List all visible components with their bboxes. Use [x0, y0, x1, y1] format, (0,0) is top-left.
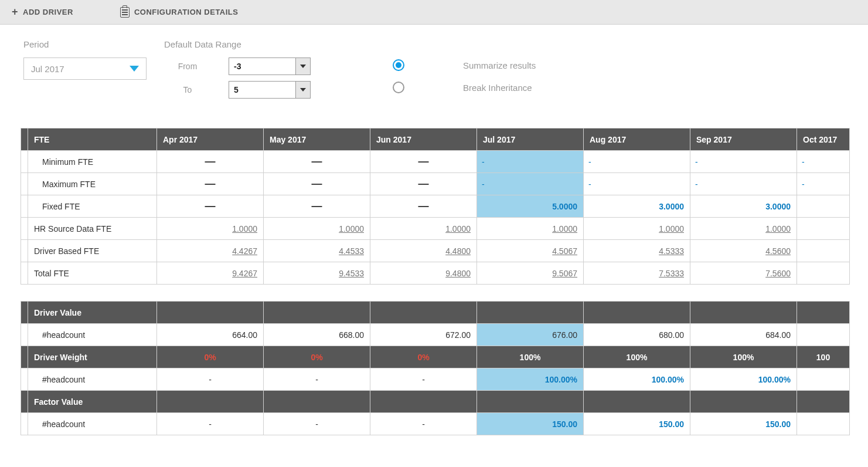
cell[interactable]: - — [370, 368, 477, 391]
cell[interactable]: 150.00 — [477, 413, 584, 435]
cell[interactable]: 1.0000 — [157, 218, 264, 240]
row-label: Maximum FTE — [28, 173, 157, 195]
to-dropdown-button[interactable] — [296, 82, 310, 98]
cell[interactable]: 664.00 — [157, 324, 264, 346]
cell[interactable] — [797, 324, 850, 346]
cell[interactable]: 4.5067 — [477, 240, 584, 262]
cell[interactable]: 684.00 — [690, 324, 797, 346]
cell[interactable]: - — [690, 151, 797, 173]
row-label: Total FTE — [28, 262, 157, 285]
stub — [21, 368, 28, 391]
section-header-cell — [370, 302, 477, 324]
cell[interactable] — [797, 368, 850, 391]
table-row: Maximum FTE———---- — [21, 173, 850, 195]
cell[interactable]: - — [584, 151, 690, 173]
config-details-label: CONFIGURATION DETAILS — [134, 8, 239, 16]
section-header-cell: 100% — [584, 346, 690, 368]
section-header-cell: 100 — [797, 346, 850, 368]
cell[interactable]: — — [157, 151, 264, 173]
cell[interactable]: - — [370, 413, 477, 435]
summarize-radio[interactable] — [393, 59, 404, 71]
add-driver-button[interactable]: + ADD DRIVER — [12, 6, 73, 18]
stub — [21, 262, 28, 285]
cell[interactable]: 7.5333 — [584, 262, 690, 285]
cell[interactable] — [797, 262, 850, 285]
controls-panel: Period Jul 2017 Default Data Range From … — [0, 25, 868, 116]
cell[interactable]: — — [264, 195, 370, 218]
cell[interactable]: 4.4533 — [264, 240, 370, 262]
cell[interactable]: - — [690, 173, 797, 195]
cell[interactable]: 668.00 — [264, 324, 370, 346]
break-inheritance-label: Break Inheritance — [463, 83, 532, 93]
cell[interactable]: 4.5600 — [690, 240, 797, 262]
cell[interactable]: 3.0000 — [584, 195, 690, 218]
section-header-cell: 100% — [690, 346, 797, 368]
from-dropdown-button[interactable] — [296, 58, 310, 75]
cell[interactable] — [797, 413, 850, 435]
cell[interactable]: 4.4800 — [370, 240, 477, 262]
cell[interactable]: 1.0000 — [584, 218, 690, 240]
cell[interactable]: 9.5067 — [477, 262, 584, 285]
cell[interactable]: - — [264, 413, 370, 435]
cell[interactable]: — — [264, 151, 370, 173]
cell[interactable]: 7.5600 — [690, 262, 797, 285]
cell[interactable] — [797, 195, 850, 218]
table-row: HR Source Data FTE1.00001.00001.00001.00… — [21, 218, 850, 240]
cell[interactable]: 1.0000 — [477, 218, 584, 240]
cell[interactable]: 1.0000 — [264, 218, 370, 240]
cell[interactable]: 150.00 — [690, 413, 797, 435]
stub — [21, 240, 28, 262]
period-select[interactable]: Jul 2017 — [23, 57, 147, 80]
cell[interactable] — [797, 218, 850, 240]
cell[interactable]: 150.00 — [584, 413, 690, 435]
stub — [21, 413, 28, 435]
cell[interactable]: 1.0000 — [370, 218, 477, 240]
break-inheritance-radio[interactable] — [393, 82, 404, 93]
table-row: Minimum FTE———---- — [21, 151, 850, 173]
cell[interactable]: 4.4267 — [157, 240, 264, 262]
section-header-cell — [797, 391, 850, 413]
to-select[interactable]: 5 — [229, 81, 311, 99]
cell[interactable]: 3.0000 — [690, 195, 797, 218]
cell[interactable]: — — [157, 195, 264, 218]
cell[interactable]: — — [370, 151, 477, 173]
cell[interactable]: - — [477, 173, 584, 195]
cell[interactable]: 672.00 — [370, 324, 477, 346]
cell[interactable]: - — [157, 413, 264, 435]
cell[interactable]: 1.0000 — [690, 218, 797, 240]
cell[interactable]: — — [370, 195, 477, 218]
data-range-label: Default Data Range — [164, 39, 311, 49]
cell[interactable]: 9.4800 — [370, 262, 477, 285]
cell[interactable]: - — [797, 173, 850, 195]
cell[interactable]: - — [264, 368, 370, 391]
cell[interactable]: 100.00% — [690, 368, 797, 391]
cell[interactable] — [797, 240, 850, 262]
cell[interactable]: 676.00 — [477, 324, 584, 346]
from-select[interactable]: -3 — [229, 57, 311, 75]
cell[interactable]: — — [264, 173, 370, 195]
table-row: #headcount---100.00%100.00%100.00% — [21, 368, 850, 391]
section-header-row: Factor Value — [21, 391, 850, 413]
cell[interactable]: — — [370, 173, 477, 195]
from-value: -3 — [229, 58, 296, 75]
stub — [21, 218, 28, 240]
table-row: Total FTE9.42679.45339.48009.50677.53337… — [21, 262, 850, 285]
cell[interactable]: - — [157, 368, 264, 391]
cell[interactable]: 4.5333 — [584, 240, 690, 262]
cell[interactable]: 100.00% — [477, 368, 584, 391]
cell[interactable]: - — [584, 173, 690, 195]
cell[interactable]: 100.00% — [584, 368, 690, 391]
col-oct: Oct 2017 — [797, 128, 850, 151]
cell[interactable]: 680.00 — [584, 324, 690, 346]
clipboard-icon — [120, 7, 130, 18]
section-header-cell — [690, 391, 797, 413]
cell[interactable]: — — [157, 173, 264, 195]
cell[interactable]: - — [477, 151, 584, 173]
cell[interactable]: - — [797, 151, 850, 173]
configuration-details-button[interactable]: CONFIGURATION DETAILS — [120, 7, 239, 18]
cell[interactable]: 9.4267 — [157, 262, 264, 285]
cell[interactable]: 5.0000 — [477, 195, 584, 218]
row-label: Fixed FTE — [28, 195, 157, 218]
cell[interactable]: 9.4533 — [264, 262, 370, 285]
section-header-cell: 0% — [264, 346, 370, 368]
